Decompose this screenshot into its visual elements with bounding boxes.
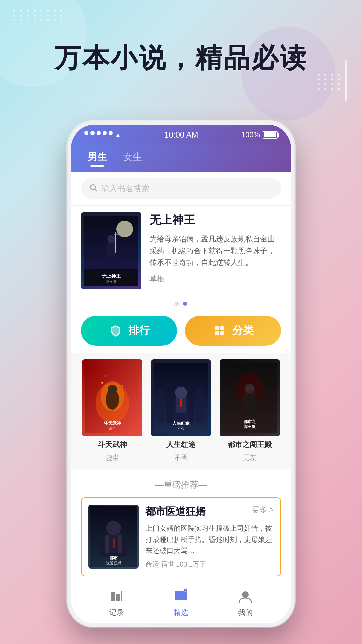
- svg-rect-61: [177, 595, 183, 596]
- svg-rect-29: [188, 379, 194, 423]
- svg-rect-42: [246, 391, 247, 396]
- tab-bar: 男生 女生: [71, 145, 291, 172]
- svg-rect-33: [180, 399, 182, 407]
- svg-rect-27: [166, 383, 174, 423]
- svg-text:虚尘: 虚尘: [109, 427, 116, 430]
- nav-profile[interactable]: 我的: [237, 588, 254, 618]
- recommend-header: —重磅推荐—: [71, 476, 291, 497]
- book-cover-1: 斗天武神 虚尘: [82, 359, 142, 436]
- page-dot-1: [175, 302, 179, 306]
- svg-text:不否: 不否: [178, 427, 184, 430]
- records-label: 记录: [109, 608, 124, 618]
- svg-rect-57: [121, 591, 122, 601]
- svg-rect-62: [177, 597, 184, 598]
- phone-outer: ▲ 10:00 AM 100% 男生 女生: [67, 121, 295, 627]
- svg-point-3: [116, 221, 133, 237]
- svg-point-19: [108, 385, 117, 394]
- category-button[interactable]: 分类: [185, 316, 281, 346]
- signal-dot-4: [103, 131, 107, 135]
- book-card-2[interactable]: 人生红途 不否 人生红途 不否: [150, 359, 212, 462]
- bottom-nav: 记录: [71, 583, 291, 623]
- svg-point-41: [251, 387, 253, 389]
- svg-text:都市之: 都市之: [243, 419, 256, 424]
- book-author-3: 无左: [243, 453, 256, 462]
- svg-rect-8: [114, 234, 118, 235]
- svg-rect-55: [111, 592, 115, 601]
- svg-text:无上神王: 无上神王: [102, 273, 121, 279]
- svg-rect-30: [196, 388, 204, 423]
- phone-inner: ▲ 10:00 AM 100% 男生 女生: [71, 125, 291, 623]
- svg-rect-50: [105, 535, 109, 553]
- book-title-3: 都市之闯王殿: [228, 440, 272, 450]
- book-grid: 斗天武神 虚尘 斗天武神 虚尘: [71, 353, 291, 469]
- svg-point-22: [105, 375, 106, 377]
- featured-icon: [173, 588, 189, 605]
- shield-icon: [108, 323, 123, 338]
- status-bar: ▲ 10:00 AM 100%: [71, 125, 291, 145]
- search-icon: [89, 183, 97, 194]
- book-cover-2-inner: 人生红途 不否: [151, 359, 211, 436]
- svg-rect-52: [113, 538, 115, 548]
- svg-text:医道狂婿: 医道狂婿: [106, 561, 121, 565]
- svg-rect-51: [118, 535, 122, 553]
- recommend-cover: 都市 医道狂婿: [88, 505, 139, 569]
- book-cover-2: 人生红途 不否: [151, 359, 211, 436]
- book-cover-3-inner: 都市之 闯王殿: [220, 359, 280, 436]
- profile-icon: [237, 588, 254, 605]
- search-bar: 输入书名搜索: [71, 172, 291, 206]
- book-card-3[interactable]: 都市之 闯王殿 都市之闯王殿 无左: [219, 359, 281, 462]
- featured-info: 无上神王 为给母亲治病，孟凡违反族规私自金山采药，机缘巧合下获得一颗黑色珠子，传…: [149, 212, 281, 284]
- signal-dot-1: [84, 131, 88, 135]
- featured-author: 草根: [149, 274, 281, 284]
- nav-records[interactable]: 记录: [108, 588, 125, 618]
- recommend-meta: 命运·宿世·100.1万字: [145, 560, 274, 569]
- svg-point-21: [122, 385, 123, 387]
- svg-point-6: [107, 235, 115, 243]
- wifi-icon: ▲: [115, 131, 121, 139]
- recommend-card[interactable]: 更多 >: [81, 497, 281, 576]
- profile-label: 我的: [238, 608, 253, 618]
- svg-rect-43: [253, 390, 254, 397]
- book-title-2: 人生红途: [166, 440, 196, 450]
- search-input-wrap[interactable]: 输入书名搜索: [81, 178, 281, 199]
- more-link[interactable]: 更多 >: [252, 505, 274, 515]
- svg-point-20: [101, 382, 103, 384]
- status-right: 100%: [241, 130, 278, 139]
- recommend-section: —重磅推荐— 更多 >: [71, 469, 291, 583]
- battery-percent: 100%: [241, 130, 260, 139]
- svg-text:斗天武神: 斗天武神: [104, 421, 121, 426]
- svg-rect-14: [220, 331, 224, 335]
- svg-point-5: [106, 241, 116, 258]
- svg-point-40: [247, 387, 249, 389]
- svg-rect-12: [220, 326, 224, 330]
- signal-dot-2: [90, 131, 95, 135]
- page-dot-2: [183, 302, 187, 306]
- book-cover-1-inner: 斗天武神 虚尘: [82, 359, 142, 436]
- book-card-1[interactable]: 斗天武神 虚尘 斗天武神 虚尘: [81, 359, 143, 462]
- svg-text:都市: 都市: [109, 556, 118, 560]
- signal-dot-5: [109, 131, 113, 135]
- nav-featured[interactable]: 精选: [173, 588, 189, 618]
- hero-text: 万本小说，精品必读: [0, 40, 362, 76]
- featured-cover: 无上神王 草根 著: [81, 212, 141, 289]
- book-title-1: 斗天武神: [98, 440, 127, 450]
- phone-mockup: ▲ 10:00 AM 100% 男生 女生: [67, 121, 295, 627]
- svg-point-32: [175, 387, 187, 399]
- svg-rect-26: [158, 389, 164, 423]
- svg-text:闯王殿: 闯王殿: [244, 424, 256, 429]
- featured-card[interactable]: 无上神王 草根 著 无上神王 为给母亲治病，孟凡违反族规私自金山采药，机缘巧合下…: [71, 206, 291, 296]
- battery-fill: [264, 132, 276, 137]
- svg-text:人生红途: 人生红途: [172, 421, 190, 426]
- svg-line-1: [95, 189, 97, 191]
- signal-dot-3: [97, 131, 101, 135]
- rank-button[interactable]: 排行: [81, 316, 177, 346]
- svg-text:草根 著: 草根 著: [106, 280, 117, 283]
- featured-label: 精选: [174, 608, 188, 618]
- svg-point-67: [242, 591, 249, 598]
- svg-point-48: [106, 521, 121, 536]
- deco-dots-topleft: [13, 10, 64, 21]
- book-author-1: 虚尘: [106, 453, 119, 462]
- tab-male[interactable]: 男生: [88, 151, 107, 166]
- tab-female[interactable]: 女生: [123, 151, 142, 166]
- svg-rect-13: [215, 331, 219, 335]
